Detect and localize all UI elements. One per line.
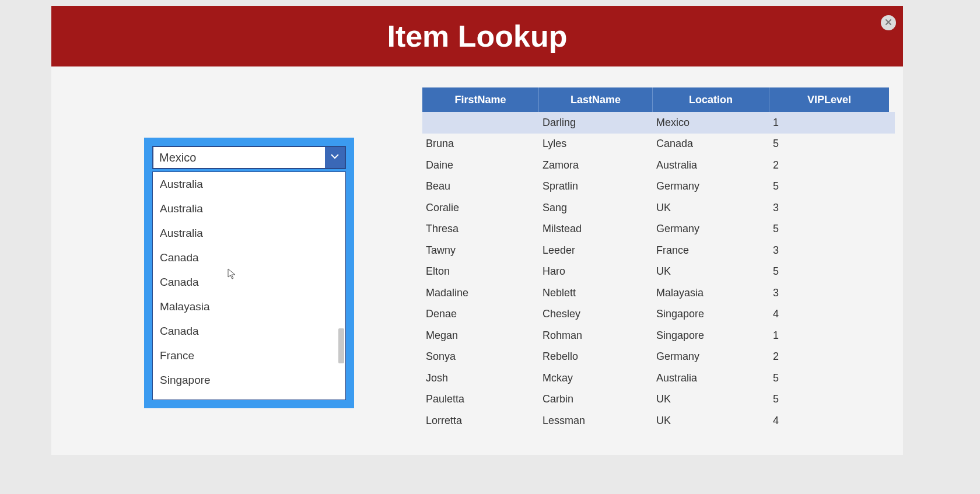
cell-firstname: Thresa [422, 219, 539, 240]
cell-viplevel: 4 [769, 410, 889, 432]
table-row[interactable]: SonyaRebelloGermany2 [422, 346, 895, 368]
cell-firstname: Bruna [422, 134, 539, 155]
close-icon [885, 17, 892, 28]
combobox-toggle[interactable] [325, 147, 345, 168]
cell-firstname: Josh [422, 367, 539, 389]
combobox-scrollbar[interactable] [338, 174, 344, 397]
combobox-input-row[interactable]: Mexico [152, 146, 346, 169]
table-row[interactable]: DarlingMexico1 [422, 112, 895, 134]
cell-location: Singapore [653, 304, 769, 325]
table-row[interactable]: PaulettaCarbinUK5 [422, 389, 895, 411]
cell-location: Malayasia [653, 282, 769, 304]
table-row[interactable]: CoralieSangUK3 [422, 197, 895, 219]
cell-location: Australia [653, 367, 769, 389]
table-row[interactable]: DaineZamoraAustralia2 [422, 155, 895, 176]
cell-viplevel: 5 [769, 261, 889, 283]
column-header-lastname[interactable]: LastName [539, 87, 653, 112]
table-row[interactable]: EltonHaroUK5 [422, 261, 895, 283]
cell-viplevel: 5 [769, 176, 889, 198]
title-bar: Item Lookup [51, 6, 903, 66]
column-header-firstname[interactable]: FirstName [422, 87, 539, 112]
combobox-option[interactable]: Singapore [153, 368, 345, 393]
cell-location: France [653, 240, 769, 261]
cell-lastname: Rebello [539, 346, 653, 368]
cell-firstname: Megan [422, 325, 539, 346]
cell-location: Germany [653, 346, 769, 368]
combobox-option[interactable]: France [153, 344, 345, 368]
combobox-option[interactable]: Canada [153, 319, 345, 344]
close-button[interactable] [881, 15, 896, 30]
cell-lastname: Carbin [539, 389, 653, 411]
chevron-down-icon [330, 152, 340, 163]
cell-lastname: Haro [539, 261, 653, 283]
combobox-option[interactable]: Canada [153, 246, 345, 270]
results-table: FirstName LastName Location VIPLevel Dar… [422, 87, 895, 437]
table-row[interactable]: ThresaMilsteadGermany5 [422, 219, 895, 240]
table-row[interactable]: DenaeChesleySingapore4 [422, 304, 895, 325]
table-row[interactable]: LorrettaLessmanUK4 [422, 410, 895, 432]
cell-viplevel: 5 [769, 367, 889, 389]
table-row[interactable]: MeganRohmanSingapore1 [422, 325, 895, 346]
table-row[interactable]: JoshMckayAustralia5 [422, 367, 895, 389]
cell-firstname: Lorretta [422, 410, 539, 432]
cell-firstname: Denae [422, 304, 539, 325]
cell-firstname: Madaline [422, 282, 539, 304]
cell-viplevel: 4 [769, 304, 889, 325]
cell-lastname: Meraz [539, 432, 653, 438]
cell-viplevel: 5 [769, 219, 889, 240]
combobox-option[interactable]: Australia [153, 221, 345, 246]
cell-lastname: Lyles [539, 134, 653, 155]
table-row[interactable]: BeauSpratlinGermany5 [422, 176, 895, 198]
cell-firstname: Beau [422, 176, 539, 198]
cell-firstname [422, 112, 539, 134]
table-row[interactable]: NamMerazSingapore3 [422, 432, 895, 438]
cell-location: Canada [653, 134, 769, 155]
combobox-selected-value[interactable]: Mexico [153, 147, 325, 168]
combobox-option[interactable]: Australia [153, 172, 345, 197]
combobox-dropdown: AustraliaAustraliaAustraliaCanadaCanadaM… [152, 171, 346, 400]
cell-lastname: Leeder [539, 240, 653, 261]
cell-firstname: Coralie [422, 197, 539, 219]
table-header-row: FirstName LastName Location VIPLevel [422, 87, 895, 112]
cell-viplevel: 3 [769, 282, 889, 304]
cell-location: UK [653, 261, 769, 283]
cell-lastname: Mckay [539, 367, 653, 389]
cell-location: Singapore [653, 325, 769, 346]
cell-location: UK [653, 389, 769, 411]
combobox-option[interactable]: Malayasia [153, 295, 345, 319]
table-row[interactable]: BrunaLylesCanada5 [422, 134, 895, 155]
cell-lastname: Chesley [539, 304, 653, 325]
table-body: DarlingMexico1BrunaLylesCanada5DaineZamo… [422, 112, 895, 437]
cell-lastname: Lessman [539, 410, 653, 432]
cell-location: Mexico [653, 112, 769, 134]
cell-viplevel: 1 [769, 325, 889, 346]
cell-viplevel: 1 [769, 112, 889, 134]
cell-firstname: Elton [422, 261, 539, 283]
table-row[interactable]: MadalineNeblettMalayasia3 [422, 282, 895, 304]
combobox-scrollbar-thumb[interactable] [338, 328, 344, 363]
cell-firstname: Nam [422, 432, 539, 438]
cell-location: Germany [653, 176, 769, 198]
cell-firstname: Pauletta [422, 389, 539, 411]
table-row[interactable]: TawnyLeederFrance3 [422, 240, 895, 261]
cell-viplevel: 3 [769, 240, 889, 261]
column-header-viplevel[interactable]: VIPLevel [769, 87, 889, 112]
cell-viplevel: 5 [769, 134, 889, 155]
cell-location: Singapore [653, 432, 769, 438]
combobox-option-list[interactable]: AustraliaAustraliaAustraliaCanadaCanadaM… [153, 172, 345, 400]
cell-location: UK [653, 410, 769, 432]
page-title: Item Lookup [387, 19, 567, 54]
app-viewport: Item Lookup Mexico AustraliaAustraliaAus… [0, 0, 980, 494]
cell-lastname: Spratlin [539, 176, 653, 198]
column-header-location[interactable]: Location [653, 87, 769, 112]
cell-lastname: Milstead [539, 219, 653, 240]
combobox-option[interactable]: Canada [153, 270, 345, 295]
cell-viplevel: 3 [769, 197, 889, 219]
cell-lastname: Rohman [539, 325, 653, 346]
cell-lastname: Darling [539, 112, 653, 134]
combobox-option[interactable]: Australia [153, 197, 345, 221]
location-combobox[interactable]: Mexico AustraliaAustraliaAustraliaCanada… [144, 138, 354, 408]
cell-firstname: Tawny [422, 240, 539, 261]
cell-lastname: Sang [539, 197, 653, 219]
cell-firstname: Daine [422, 155, 539, 176]
